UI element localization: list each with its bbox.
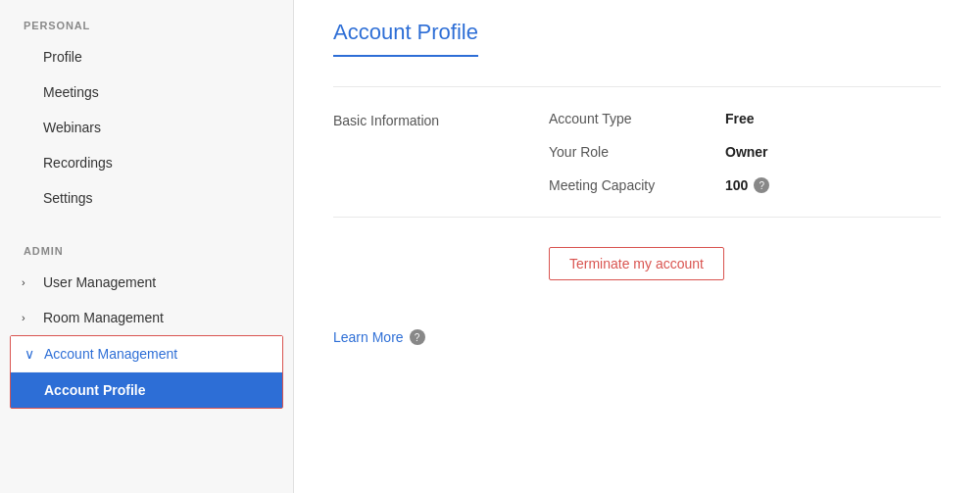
basic-information-label: Basic Information xyxy=(333,111,549,193)
sidebar-item-label: User Management xyxy=(43,274,156,290)
sidebar-item-profile[interactable]: Profile xyxy=(0,39,293,74)
sidebar-item-recordings[interactable]: Recordings xyxy=(0,145,293,180)
admin-section-label: ADMIN xyxy=(0,245,293,265)
sidebar: PERSONAL Profile Meetings Webinars Recor… xyxy=(0,0,294,493)
basic-information-body: Account Type Free Your Role Owner Meetin… xyxy=(549,111,941,193)
account-management-wrapper: ∨ Account Management Account Profile xyxy=(10,335,283,409)
sidebar-item-webinars[interactable]: Webinars xyxy=(0,110,293,145)
sidebar-item-label: Account Profile xyxy=(44,382,145,398)
sidebar-item-label: Account Management xyxy=(44,346,177,362)
your-role-row: Your Role Owner xyxy=(549,144,941,160)
meeting-capacity-help-icon[interactable]: ? xyxy=(754,177,769,193)
terminate-section: Terminate my account xyxy=(333,217,941,310)
sidebar-item-meetings[interactable]: Meetings xyxy=(0,74,293,110)
chevron-down-icon: ∨ xyxy=(24,346,34,362)
chevron-right-icon: › xyxy=(22,276,25,288)
sidebar-item-user-management[interactable]: › User Management xyxy=(0,265,293,300)
learn-more-help-icon[interactable]: ? xyxy=(410,329,425,345)
sidebar-item-account-management[interactable]: ∨ Account Management xyxy=(11,336,282,371)
sidebar-item-account-profile[interactable]: Account Profile xyxy=(11,372,282,408)
learn-more-label: Learn More xyxy=(333,329,404,345)
learn-more-section: Learn More ? xyxy=(333,310,941,345)
basic-information-section: Basic Information Account Type Free Your… xyxy=(333,86,941,217)
meeting-capacity-row: Meeting Capacity 100 ? xyxy=(549,177,941,193)
page-title: Account Profile xyxy=(333,20,478,57)
personal-section-label: PERSONAL xyxy=(0,20,293,39)
learn-more-link[interactable]: Learn More ? xyxy=(333,329,425,345)
sidebar-item-label: Room Management xyxy=(43,310,164,325)
your-role-key: Your Role xyxy=(549,144,725,160)
meeting-capacity-value: 100 xyxy=(725,177,748,193)
your-role-value: Owner xyxy=(725,144,768,160)
account-type-row: Account Type Free xyxy=(549,111,941,126)
chevron-right-icon: › xyxy=(22,312,25,323)
sidebar-item-settings[interactable]: Settings xyxy=(0,180,293,216)
account-type-key: Account Type xyxy=(549,111,725,126)
sidebar-item-room-management[interactable]: › Room Management xyxy=(0,300,293,335)
meeting-capacity-key: Meeting Capacity xyxy=(549,177,725,193)
main-content: Account Profile Basic Information Accoun… xyxy=(294,0,980,493)
account-type-value: Free xyxy=(725,111,755,126)
terminate-account-button[interactable]: Terminate my account xyxy=(549,247,724,280)
